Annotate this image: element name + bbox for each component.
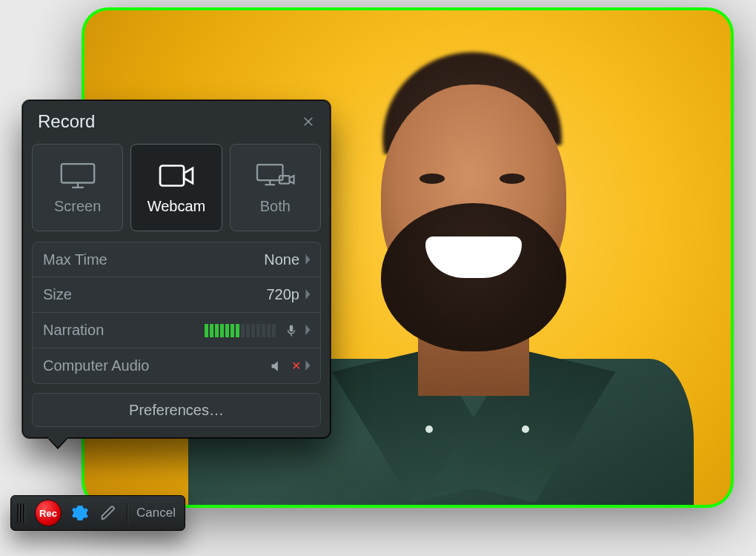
close-icon[interactable] (300, 113, 316, 130)
mode-screen-label: Screen (54, 198, 101, 215)
computer-audio-label: Computer Audio (43, 357, 269, 374)
speaker-muted-icon (269, 358, 285, 374)
record-button[interactable]: Rec (35, 500, 62, 526)
max-time-value: None (264, 251, 299, 268)
chevron-right-icon (304, 251, 313, 268)
row-narration[interactable]: Narration (32, 313, 321, 348)
svg-rect-5 (291, 334, 292, 336)
record-mode-row: Screen Webcam Both (23, 144, 330, 242)
row-computer-audio[interactable]: Computer Audio ✕ (32, 348, 321, 384)
drag-handle-icon[interactable] (17, 503, 24, 523)
row-max-time[interactable]: Max Time None (32, 242, 321, 277)
toolbar-separator (127, 503, 127, 523)
monitor-camera-icon (255, 161, 295, 191)
preferences-button[interactable]: Preferences… (32, 393, 321, 427)
mode-both-label: Both (260, 198, 291, 215)
camera-icon (156, 161, 196, 191)
gear-icon[interactable] (70, 503, 90, 523)
svg-rect-4 (290, 325, 294, 331)
cancel-button[interactable]: Cancel (136, 506, 176, 520)
pencil-icon[interactable] (99, 503, 118, 523)
svg-rect-0 (61, 164, 93, 182)
mode-screen-button[interactable]: Screen (32, 144, 123, 231)
record-popover: Record Screen Webcam (22, 100, 331, 438)
size-value: 720p (267, 286, 300, 303)
preferences-label: Preferences… (129, 402, 224, 419)
mode-webcam-label: Webcam (147, 198, 206, 215)
mute-x-icon: ✕ (291, 359, 301, 373)
size-label: Size (43, 286, 267, 303)
popover-title: Record (38, 111, 95, 132)
mode-webcam-button[interactable]: Webcam (130, 144, 222, 231)
mode-both-button[interactable]: Both (230, 144, 321, 231)
audio-level-meter (205, 324, 276, 337)
narration-label: Narration (43, 322, 205, 339)
recorder-toolbar: Rec Cancel (10, 495, 185, 531)
microphone-icon (283, 322, 299, 339)
chevron-right-icon (304, 322, 313, 339)
chevron-right-icon (304, 286, 313, 303)
max-time-label: Max Time (43, 251, 264, 268)
monitor-icon (58, 161, 98, 191)
row-size[interactable]: Size 720p (32, 277, 321, 313)
chevron-right-icon (304, 357, 313, 374)
svg-rect-1 (160, 165, 184, 185)
